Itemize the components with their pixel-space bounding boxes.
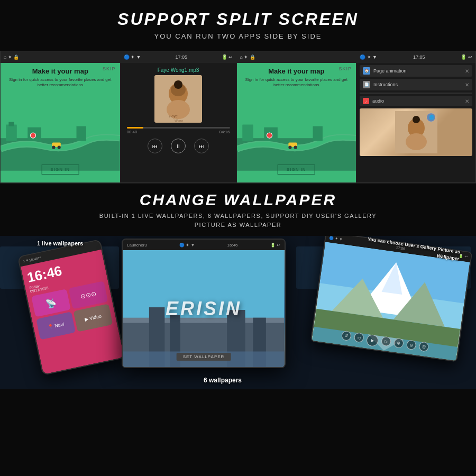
task-label-3: audio xyxy=(372,98,384,104)
home-icon: ⌂ ✦ 🔒 xyxy=(4,54,19,60)
next-button[interactable]: ⏭ xyxy=(194,139,209,153)
current-time: 00:40 xyxy=(127,130,138,134)
skip-button-1[interactable]: SKIP xyxy=(103,66,116,71)
task-close-2[interactable]: ✕ xyxy=(465,82,469,88)
zoom-in-ctrl[interactable]: ⊕ xyxy=(393,338,404,349)
svg-point-7 xyxy=(58,145,61,149)
svg-rect-2 xyxy=(8,122,14,126)
grid-ctrl[interactable]: ⊞ xyxy=(418,341,429,352)
map-visual-1: SIGN IN xyxy=(1,88,120,182)
live-wallpaper-label: 1 live wallpapers xyxy=(37,240,83,246)
navi-label: 📍 Navi xyxy=(47,322,65,330)
back-ctrl[interactable]: ◁ xyxy=(353,332,364,343)
svg-point-23 xyxy=(267,133,272,138)
tasks-header: 🔵 ✦ ▼ 17:05 🔋 ↩ xyxy=(356,51,475,63)
svg-point-8 xyxy=(30,133,35,138)
bottom-section: CHANGE WALLPAPER BUILT-IN 1 LIVE WALLPAP… xyxy=(0,184,476,233)
wallpaper-count-label: 6 wallpapers xyxy=(204,377,242,384)
svg-point-12 xyxy=(174,80,182,89)
map-title-2: Make it your map xyxy=(268,67,324,75)
task-item-page-animation[interactable]: 🏠 Page animation ✕ xyxy=(360,65,472,77)
music-song-title: Faye Wong1.mp3 xyxy=(121,63,236,75)
tablet-center: Launcher3 🔵 ✦ ▼ 16:46 🔋 ↩ ERISIN SET W xyxy=(122,239,286,368)
task-close-3[interactable]: ✕ xyxy=(465,98,469,104)
wallpaper-subtitle: BUILT-IN 1 LIVE WALLPAPERS, 6 WALLPAPERS… xyxy=(0,212,476,229)
video-label: ▶ Video xyxy=(84,314,102,323)
split-screen-container: ⌂ ✦ 🔒 SKIP Make it your map Sign in for … xyxy=(0,51,476,183)
wallpaper-subtitle-line2: PICTURE AS WALLPAPER xyxy=(195,222,281,228)
svg-rect-4 xyxy=(77,126,86,141)
circles-icon: ⊙⊙⊙ xyxy=(80,290,97,300)
task-separator xyxy=(360,93,472,94)
erisin-logo: ERISIN xyxy=(166,298,242,320)
widget-navi: 📍 Navi xyxy=(36,312,76,340)
tablet-center-statusbar: Launcher3 🔵 ✦ ▼ 16:46 🔋 ↩ xyxy=(123,240,285,250)
wallpaper-subtitle-line1: BUILT-IN 1 LIVE WALLPAPERS, 6 WALLPAPERS… xyxy=(99,213,377,219)
svg-text:Faye: Faye xyxy=(169,114,178,118)
forward-ctrl[interactable]: ▷ xyxy=(381,336,391,346)
map-subtitle-2: Sign in for quick access to your favorit… xyxy=(237,77,356,88)
task-item-instructions[interactable]: 📄 Instructions ✕ xyxy=(360,79,472,90)
time-labels: 00:40 04:16 xyxy=(127,130,230,134)
svg-point-22 xyxy=(294,145,297,149)
svg-rect-1 xyxy=(6,124,17,141)
svg-rect-19 xyxy=(313,126,322,141)
album-art: Faye Wong xyxy=(154,75,202,123)
tablet-center-battery: 🔋 ↩ xyxy=(270,243,280,248)
sign-in-button-1[interactable]: SIGN IN xyxy=(41,164,79,175)
music-controls: ⏮ ⏸ ⏭ xyxy=(121,139,236,153)
music-header: 🔵 ✦ ▼ 17:05 🔋 ↩ xyxy=(121,51,236,63)
task-item-audio[interactable]: ♪ audio ✕ xyxy=(360,96,472,106)
map-title-1: Make it your map xyxy=(32,67,88,75)
svg-rect-17 xyxy=(242,124,253,141)
album-art-svg: Faye Wong xyxy=(154,75,202,123)
top-section: SUPPORT SPLIT SCREEN YOU CAN RUN TWO APP… xyxy=(0,0,476,45)
prev-button[interactable]: ⏮ xyxy=(148,139,162,153)
task-item-left-1: 🏠 Page animation xyxy=(363,67,407,75)
set-wallpaper-button[interactable]: SET WALLPAPER xyxy=(177,353,231,361)
task-thumb-inner: 🌐 xyxy=(360,108,472,156)
panel-map-2: ⌂ ✦ 🔒 SKIP Make it your map Sign in for … xyxy=(237,51,357,182)
wallpaper-screens: 1 live wallpapers ⌂ ✦ 16:46 ↩ 16:46 Frid… xyxy=(0,236,476,389)
music-time: 17:05 xyxy=(175,54,187,60)
svg-text:Wong: Wong xyxy=(175,119,183,122)
statusbar-1: ⌂ ✦ 🔒 xyxy=(1,51,120,63)
tablet-center-content: ERISIN SET WALLPAPER xyxy=(123,250,285,367)
refresh-ctrl[interactable]: ↺ xyxy=(341,331,352,341)
task-item-left-3: ♪ audio xyxy=(363,98,384,104)
total-time: 04:16 xyxy=(219,130,230,134)
task-album-art: 🌐 xyxy=(395,111,437,153)
tablet-center-launcher: Launcher3 xyxy=(127,243,147,248)
main-title: SUPPORT SPLIT SCREEN xyxy=(0,10,476,29)
svg-text:🌐: 🌐 xyxy=(429,115,434,120)
tablet-right-status-icons: 🔵 ✦ ▼ xyxy=(329,236,343,242)
task-close-1[interactable]: ✕ xyxy=(465,68,469,74)
task-thumbnail: 🌐 xyxy=(360,108,472,156)
zoom-out-ctrl[interactable]: ⊖ xyxy=(406,340,417,350)
music-status-icons: 🔵 ✦ ▼ xyxy=(124,54,141,60)
page-animation-icon: 🏠 xyxy=(363,67,370,75)
play-ctrl[interactable]: ▶ xyxy=(366,334,379,347)
map-subtitle-1: Sign in for quick access to your favorit… xyxy=(1,77,120,88)
panel-map-1: ⌂ ✦ 🔒 SKIP Make it your map Sign in for … xyxy=(1,51,121,182)
map-content-2: SKIP Make it your map Sign in for quick … xyxy=(237,63,356,182)
panel-tasks: 🔵 ✦ ▼ 17:05 🔋 ↩ 🏠 Page animation ✕ 📄 Ins… xyxy=(356,51,475,182)
statusbar-3: ⌂ ✦ 🔒 xyxy=(237,51,356,63)
audio-icon: ♪ xyxy=(363,98,369,104)
svg-point-26 xyxy=(413,116,420,123)
widget-video: ▶ Video xyxy=(74,304,113,332)
pause-button[interactable]: ⏸ xyxy=(171,139,186,153)
task-label-1: Page animation xyxy=(373,68,407,74)
tasks-battery: 🔋 ↩ xyxy=(461,54,472,60)
tasks-status-icons: 🔵 ✦ ▼ xyxy=(360,54,377,60)
music-battery: 🔋 ↩ xyxy=(222,54,233,60)
antenna-icon: 📡 xyxy=(45,297,58,309)
map-content-1: SKIP Make it your map Sign in for quick … xyxy=(1,63,120,182)
skip-button-2[interactable]: SKIP xyxy=(338,66,352,71)
tablet-center-statusicons: 🔵 ✦ ▼ xyxy=(179,243,195,248)
phone-left-battery: ↩ xyxy=(38,255,42,260)
sign-in-button-2[interactable]: SIGN IN xyxy=(278,164,315,175)
home-icon-3: ⌂ ✦ 🔒 xyxy=(240,54,255,60)
progress-bar: 00:40 04:16 xyxy=(127,127,230,134)
sub-title: YOU CAN RUN TWO APPS SIDE BY SIDE xyxy=(0,32,476,40)
